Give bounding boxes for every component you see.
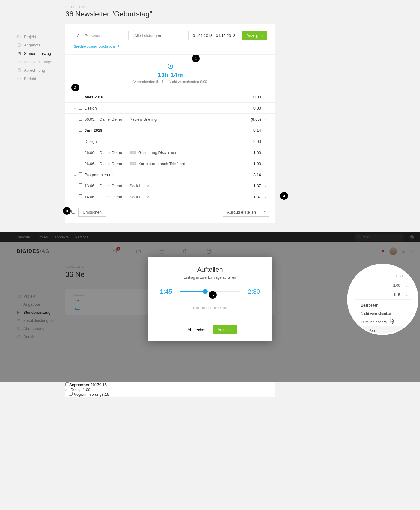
entry-menu-toggle[interactable]: ⌄ xyxy=(261,184,269,188)
split-modal: Aufteilen Eintrag in zwei Einträge aufte… xyxy=(148,257,272,341)
sidebar-item-zusatzleistungen[interactable]: Zusatzleistungen xyxy=(17,316,60,325)
entry-menu-toggle[interactable]: ⌄ xyxy=(261,151,269,154)
chevron-down-icon[interactable]: ⌄ xyxy=(71,173,79,176)
chevron-icon[interactable]: ⌄ xyxy=(65,392,69,397)
group-row: ⌄Design8:00 xyxy=(65,102,275,113)
clock-icon xyxy=(65,63,275,70)
page-icon xyxy=(17,51,22,56)
entry-row: 14.06.Daniel DemoSocial Links1:37⌄ xyxy=(65,191,275,202)
folder-icon[interactable] xyxy=(136,249,141,254)
database-icon[interactable] xyxy=(206,249,212,254)
context-menu-item[interactable]: Nicht verrechenbar xyxy=(357,310,413,318)
time-entries-list: März 20188:00⌄Design8:0006.03.Daniel Dem… xyxy=(65,91,275,202)
group-row: ⌄Design2:00 xyxy=(65,136,275,147)
select-all-checkbox[interactable] xyxy=(71,210,75,214)
search-descriptions-link[interactable]: Beschreibungen durchsuchen? xyxy=(74,45,119,48)
group-checkbox[interactable] xyxy=(69,392,73,396)
topnav-firmen[interactable]: Firmen xyxy=(37,235,48,239)
sidebar-item-angebote[interactable]: Angebote xyxy=(17,41,60,49)
group-checkbox[interactable] xyxy=(79,172,82,176)
global-search-input[interactable] xyxy=(355,234,403,241)
topnav-berichte[interactable]: Berichte xyxy=(17,235,30,239)
sidebar-item-stundenauszug[interactable]: Stundenauszug xyxy=(17,49,60,58)
detail-time-line: 2:00⌄ xyxy=(355,281,412,290)
sidebar-item-abrechnung[interactable]: Abrechnung xyxy=(17,325,60,333)
date-range-picker[interactable]: 01.01.2018 - 31.12.2018 xyxy=(188,31,240,40)
show-button[interactable]: Anzeigen xyxy=(242,31,267,40)
file-icon xyxy=(17,302,21,307)
modal-subtitle: Eintrag in zwei Einträge aufteilen xyxy=(160,274,260,288)
receipt-icon xyxy=(17,68,22,73)
sidebar-item-projekt[interactable]: Projekt xyxy=(17,32,60,41)
month-row: September 20179:15 xyxy=(65,382,275,387)
globe-icon[interactable] xyxy=(401,249,406,254)
time-summary: 13h 14m Verrechenbar 5:14 — Nicht verrec… xyxy=(65,55,275,91)
entry-checkbox[interactable] xyxy=(79,117,82,121)
sidebar-item-zusatzleistungen[interactable]: Zusatzleistungen xyxy=(17,58,60,66)
group-checkbox[interactable] xyxy=(79,139,82,143)
month-checkbox[interactable] xyxy=(65,382,69,386)
entry-id-tag: 455 xyxy=(130,151,136,154)
calendar-icon[interactable] xyxy=(159,249,165,254)
sidebar-nav-lower: ProjektAngeboteStundenauszugZusatzleistu… xyxy=(0,292,60,341)
sidebar-item-angebote[interactable]: Angebote xyxy=(17,300,60,308)
gauge-icon xyxy=(17,76,22,81)
user-avatar[interactable] xyxy=(389,248,397,255)
export-dropdown-toggle[interactable]: ⌃ xyxy=(260,208,269,217)
month-checkbox[interactable] xyxy=(79,128,82,132)
chevron-down-icon[interactable]: ⌄ xyxy=(406,293,408,297)
modal-title: Aufteilen xyxy=(160,266,260,274)
bell-icon[interactable] xyxy=(381,249,385,254)
clock-nav-icon[interactable] xyxy=(183,249,188,254)
topnav-kontakte[interactable]: Kontakte xyxy=(54,235,68,239)
favorites-badge: 6 xyxy=(116,247,120,251)
context-menu-item[interactable]: Bearbeiten xyxy=(357,301,413,310)
sidebar-item-projekt[interactable]: Projekt xyxy=(17,292,60,300)
sidebar-item-abrechnung[interactable]: Abrechnung xyxy=(17,66,60,74)
slider-knob[interactable] xyxy=(203,289,208,294)
split-right-value: 2:30 xyxy=(245,288,260,295)
sidebar-item-stundenauszug[interactable]: Stundenauszug xyxy=(17,308,60,316)
entry-checkbox[interactable] xyxy=(79,183,82,187)
entry-checkbox[interactable] xyxy=(79,161,82,165)
filter-bar: 01.01.2018 - 31.12.2018 Anzeigen xyxy=(65,24,275,44)
favorites-icon[interactable]: 6 xyxy=(112,249,118,254)
entry-checkbox[interactable] xyxy=(79,194,82,198)
gear-icon[interactable] xyxy=(410,235,414,239)
entry-menu-toggle[interactable]: ⌄ xyxy=(261,195,269,199)
chevron-down-icon[interactable]: ⌄ xyxy=(71,106,79,110)
detail-time-line: 4:15⌄ xyxy=(355,290,412,300)
svg-rect-3 xyxy=(160,250,164,254)
group-checkbox[interactable] xyxy=(67,387,70,391)
group-checkbox[interactable] xyxy=(79,106,82,110)
logout-icon[interactable] xyxy=(410,249,414,254)
rebook-button[interactable]: Umbuchen xyxy=(78,208,106,217)
entry-row: 26.06.Daniel Demo455Gestaltung Disclaime… xyxy=(65,147,275,158)
entry-checkbox[interactable] xyxy=(79,150,82,154)
month-row: März 20188:00 xyxy=(65,91,275,102)
entry-menu-toggle[interactable]: ⌄ xyxy=(261,162,269,165)
sidebar-item-bericht[interactable]: Bericht xyxy=(17,74,60,83)
annotation-3: 3 xyxy=(63,207,71,215)
modal-confirm-button[interactable]: Aufteilen xyxy=(213,325,237,334)
file-icon xyxy=(17,43,22,47)
modal-cancel-button[interactable]: Abbrechen xyxy=(183,325,211,334)
folder-icon xyxy=(17,294,21,298)
export-button[interactable]: Auszug erstellen xyxy=(223,208,260,217)
context-menu-item[interactable]: Leistung ändern xyxy=(357,318,413,326)
time-breakdown: Verrechenbar 5:14 — Nicht verrechenbar 8… xyxy=(65,80,275,84)
entry-id-tag: 456 xyxy=(130,162,136,165)
slider-hint: Kleinste Einheit: 15min xyxy=(160,295,260,325)
annotation-4: 4 xyxy=(280,192,288,200)
topnav-personal[interactable]: Personal xyxy=(75,235,89,239)
entry-row: 06.03.Daniel DemoReview Briefing(8:00)⌄ xyxy=(65,113,275,124)
chevron-down-icon[interactable]: ⌄ xyxy=(71,140,79,143)
month-checkbox[interactable] xyxy=(79,94,82,98)
service-filter-input[interactable] xyxy=(131,31,186,40)
page-title: 36 Newsletter "Geburtstag" xyxy=(65,9,275,24)
sidebar-item-bericht[interactable]: Bericht xyxy=(17,333,60,341)
chevron-down-icon[interactable]: ⌄ xyxy=(406,284,408,287)
filter-input-trunc[interactable] xyxy=(74,296,84,304)
person-filter-input[interactable] xyxy=(74,31,129,40)
entry-menu-toggle[interactable]: ⌄ xyxy=(261,118,269,121)
